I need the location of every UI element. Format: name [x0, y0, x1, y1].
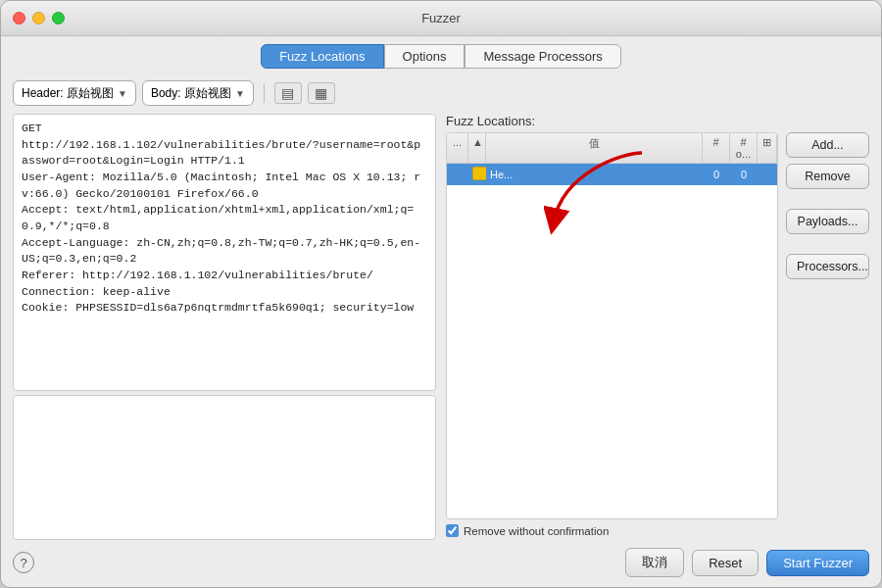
row-dots: [447, 172, 468, 177]
body-select[interactable]: Body: 原始视图 ▼: [142, 80, 254, 106]
col-header-icon: ⊞: [758, 133, 777, 163]
remove-confirmation-label: Remove without confirmation: [464, 525, 609, 537]
col-header-arrow: ▲: [468, 133, 486, 163]
split-panel: GET http://192.168.1.102/vulnerabilities…: [13, 114, 869, 540]
body-select-arrow: ▼: [235, 88, 245, 99]
maximize-button[interactable]: [52, 12, 65, 24]
reset-button[interactable]: Reset: [692, 550, 759, 576]
header-select[interactable]: Header: 原始视图 ▼: [13, 80, 136, 106]
request-text-area[interactable]: GET http://192.168.1.102/vulnerabilities…: [13, 114, 436, 391]
add-button[interactable]: Add...: [786, 132, 869, 158]
titlebar: Fuzzer: [1, 1, 881, 36]
payloads-button[interactable]: Payloads...: [786, 209, 869, 234]
col-header-dots: ...: [447, 133, 468, 163]
traffic-lights: [13, 12, 65, 24]
fuzz-locations-label: Fuzz Locations:: [446, 114, 869, 128]
window-title: Fuzzer: [421, 11, 461, 25]
main-content: Header: 原始视图 ▼ Body: 原始视图 ▼ ▤ ▦ GET http…: [1, 74, 881, 540]
button-spacer2: [786, 240, 869, 248]
fuzz-table-body: He... 0 0: [447, 164, 777, 518]
close-button[interactable]: [13, 12, 25, 24]
fuzz-table: ... ▲ 值 # # o... ⊞: [446, 132, 778, 519]
cancel-button[interactable]: 取消: [625, 548, 684, 577]
fuzz-table-wrapper: ... ▲ 值 # # o... ⊞: [446, 132, 778, 540]
toolbar-separator: [264, 83, 265, 103]
header-select-arrow: ▼: [118, 88, 127, 99]
fuzz-locations-panel: Fuzz Locations: ... ▲ 值 # # o...: [446, 114, 869, 540]
view-icon-2-symbol: ▦: [315, 85, 327, 101]
view-icon-2[interactable]: ▦: [308, 82, 335, 104]
tab-message-processors[interactable]: Message Processors: [465, 44, 620, 69]
processors-button[interactable]: Processors...: [786, 254, 869, 279]
col-header-hash2: # o...: [730, 133, 758, 163]
tab-fuzz-locations[interactable]: Fuzz Locations: [261, 44, 383, 69]
row-count: 0: [703, 166, 730, 183]
response-text-area[interactable]: [13, 395, 436, 540]
body-select-label: Body: 原始视图: [151, 85, 231, 102]
header-select-label: Header: 原始视图: [22, 85, 114, 102]
checkbox-row: Remove without confirmation: [446, 519, 778, 540]
view-icon-1[interactable]: ▤: [274, 82, 302, 104]
right-side-wrapper: Fuzz Locations: ... ▲ 值 # # o...: [446, 114, 869, 540]
fuzz-table-header: ... ▲ 值 # # o... ⊞: [447, 133, 777, 164]
remove-confirmation-checkbox[interactable]: [446, 524, 459, 537]
toolbar: Header: 原始视图 ▼ Body: 原始视图 ▼ ▤ ▦: [13, 80, 869, 106]
button-spacer: [786, 195, 869, 203]
fuzz-locations-content: ... ▲ 值 # # o... ⊞: [446, 132, 869, 540]
minimize-button[interactable]: [32, 12, 45, 24]
help-button[interactable]: ?: [13, 552, 34, 573]
main-window: Fuzzer Fuzz Locations Options Message Pr…: [0, 0, 882, 588]
row-other: 0: [730, 166, 758, 183]
left-panel: GET http://192.168.1.102/vulnerabilities…: [13, 114, 436, 540]
table-row[interactable]: He... 0 0: [447, 164, 777, 185]
tab-bar: Fuzz Locations Options Message Processor…: [1, 36, 881, 74]
row-icon-col: [758, 172, 777, 177]
row-arrow: [468, 164, 486, 185]
row-name: He...: [486, 166, 703, 183]
col-header-val: 值: [486, 133, 703, 163]
bottom-bar: ? 取消 Reset Start Fuzzer: [1, 540, 881, 587]
start-fuzzer-button[interactable]: Start Fuzzer: [766, 550, 869, 576]
col-header-hash: #: [703, 133, 730, 163]
view-icon-1-symbol: ▤: [281, 85, 294, 101]
remove-button[interactable]: Remove: [786, 164, 869, 189]
tab-options[interactable]: Options: [384, 44, 466, 69]
row-icon: [472, 167, 486, 180]
right-buttons: Add... Remove Payloads... Processors...: [786, 132, 869, 540]
